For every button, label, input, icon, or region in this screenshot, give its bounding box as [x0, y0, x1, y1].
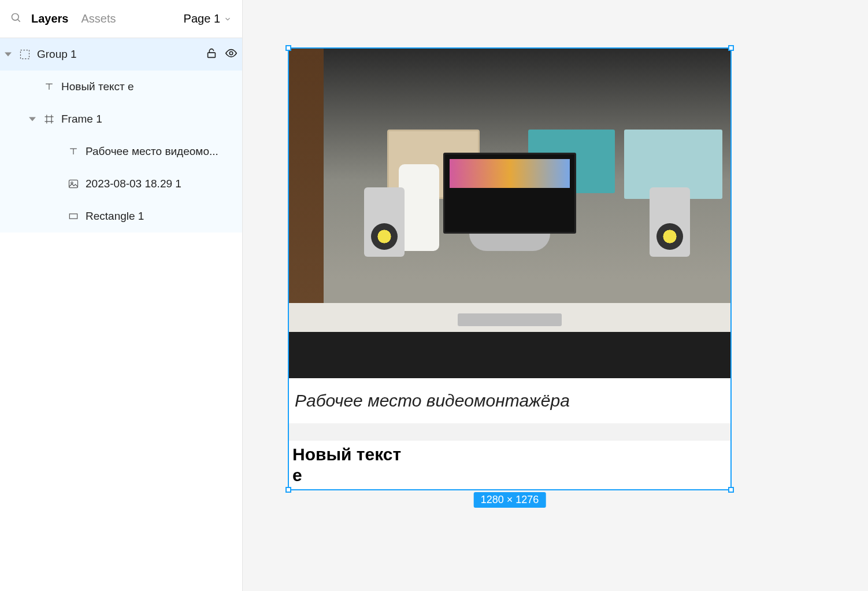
layer-label: 2023-08-03 18.29 1: [86, 178, 238, 190]
layer-row-actions: [205, 47, 238, 62]
tab-assets[interactable]: Assets: [81, 12, 116, 25]
svg-point-5: [229, 51, 233, 55]
selection-handle-bl[interactable]: [285, 487, 291, 493]
tab-layers[interactable]: Layers: [31, 12, 69, 25]
layer-label: Рабочее место видеомо...: [86, 145, 238, 158]
svg-line-1: [18, 19, 20, 21]
panel-tabs: Layers Assets: [31, 12, 116, 25]
text-icon: [67, 146, 80, 157]
new-text-line2: е: [292, 465, 727, 486]
text-icon: [43, 81, 55, 93]
svg-rect-9: [69, 214, 77, 219]
new-text-line1: Новый текст: [292, 444, 727, 465]
layers-list: Group 1 Новый текст е: [0, 38, 242, 591]
frame-group-1[interactable]: Рабочее место видеомонтажёра Новый текст…: [289, 49, 730, 489]
app-root: Layers Assets Page 1 Group 1: [0, 0, 868, 591]
selection-dimensions-label: 1280 × 1276: [474, 492, 546, 508]
selection-handle-br[interactable]: [728, 487, 734, 493]
layer-row-text-novyy[interactable]: Новый текст е: [0, 71, 242, 103]
page-selector-label: Page 1: [184, 12, 220, 25]
layer-label: Новый текст е: [61, 80, 238, 93]
selection-outline[interactable]: Рабочее место видеомонтажёра Новый текст…: [288, 47, 732, 490]
group-icon: [18, 49, 31, 60]
layers-panel-header: Layers Assets Page 1: [0, 0, 242, 38]
layer-row-rectangle[interactable]: Rectangle 1: [0, 200, 242, 232]
chevron-down-icon: [224, 15, 232, 23]
svg-marker-2: [5, 52, 12, 56]
svg-marker-6: [29, 117, 36, 121]
spacer-rectangle: [289, 423, 730, 441]
page-selector[interactable]: Page 1: [184, 12, 232, 25]
svg-rect-7: [69, 180, 78, 187]
caption-area: Рабочее место видеомонтажёра: [289, 378, 730, 423]
search-icon[interactable]: [10, 12, 22, 26]
eye-icon[interactable]: [225, 47, 238, 62]
svg-point-0: [12, 13, 19, 20]
image-icon: [67, 178, 80, 190]
svg-rect-3: [21, 50, 29, 59]
layer-label: Group 1: [37, 48, 199, 61]
caption-text[interactable]: Рабочее место видеомонтажёра: [295, 391, 725, 411]
image-desk-photo[interactable]: [289, 49, 730, 378]
svg-rect-4: [208, 53, 216, 57]
layer-row-text-caption[interactable]: Рабочее место видеомо...: [0, 135, 242, 168]
new-text-block[interactable]: Новый текст е: [289, 441, 730, 489]
frame-icon: [43, 113, 55, 125]
selection-handle-tr[interactable]: [728, 45, 734, 51]
layer-row-image[interactable]: 2023-08-03 18.29 1: [0, 168, 242, 200]
layer-row-group-1[interactable]: Group 1: [0, 38, 242, 71]
layer-label: Rectangle 1: [86, 210, 238, 223]
canvas[interactable]: Рабочее место видеомонтажёра Новый текст…: [243, 0, 868, 591]
layer-label: Frame 1: [61, 113, 238, 125]
caret-down-icon[interactable]: [28, 116, 37, 123]
layer-row-frame-1[interactable]: Frame 1: [0, 103, 242, 135]
rectangle-icon: [67, 210, 80, 222]
selection-handle-tl[interactable]: [285, 45, 291, 51]
unlock-icon[interactable]: [205, 47, 218, 62]
caret-down-icon[interactable]: [3, 51, 13, 58]
layers-panel: Layers Assets Page 1 Group 1: [0, 0, 243, 591]
